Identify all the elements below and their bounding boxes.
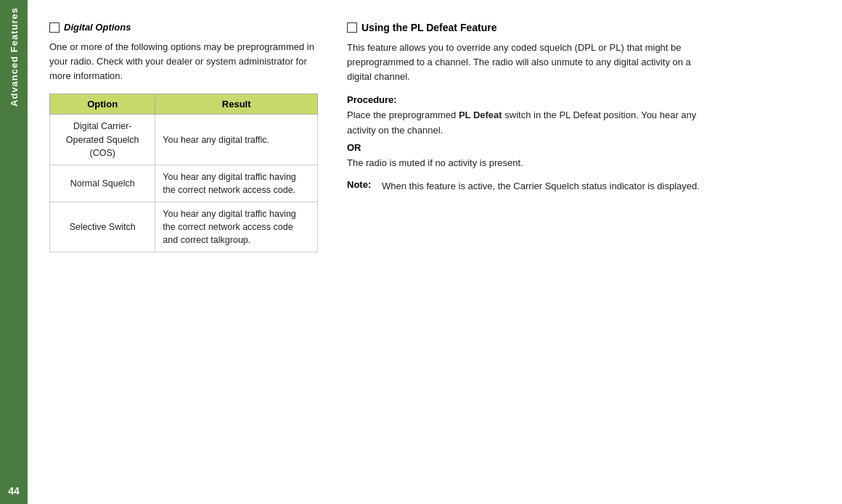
options-table: Option Result Digital Carrier-Operated S… <box>49 94 318 252</box>
table-cell-result: You hear any digital traffic having the … <box>155 165 318 202</box>
table-cell-option: Digital Carrier-Operated Squelch (COS) <box>50 115 155 165</box>
left-heading: Digital Options <box>49 22 318 33</box>
note-label: Note: <box>347 179 376 194</box>
table-cell-result: You hear any digital traffic having the … <box>155 202 318 252</box>
table-row: Selective SwitchYou hear any digital tra… <box>50 202 318 252</box>
table-col2-header: Result <box>155 94 318 115</box>
procedure-label: Procedure: <box>347 94 710 105</box>
right-heading: Using the PL Defeat Feature <box>347 22 710 33</box>
sidebar: Advanced Features 44 <box>0 0 28 504</box>
procedure-text2: The radio is muted if no activity is pre… <box>347 156 710 170</box>
page-number: 44 <box>8 485 20 497</box>
procedure-bold: PL Defeat <box>459 110 502 120</box>
or-label: OR <box>347 142 710 153</box>
right-heading-text: Using the PL Defeat Feature <box>361 22 496 33</box>
main-content: Digital Options One or more of the follo… <box>28 0 842 504</box>
procedure-prefix: Place the preprogrammed <box>347 110 459 120</box>
note-row: Note: When this feature is active, the C… <box>347 179 710 194</box>
table-row: Digital Carrier-Operated Squelch (COS)Yo… <box>50 115 318 165</box>
table-col1-header: Option <box>50 94 155 115</box>
left-heading-text: Digital Options <box>64 22 131 33</box>
table-row: Normal SquelchYou hear any digital traff… <box>50 165 318 202</box>
note-text: When this feature is active, the Carrier… <box>382 179 700 194</box>
right-heading-icon <box>347 22 357 33</box>
right-intro: This feature allows you to override any … <box>347 41 710 84</box>
sidebar-label: Advanced Features <box>9 7 20 107</box>
left-column: Digital Options One or more of the follo… <box>49 22 318 489</box>
table-cell-result: You hear any digital traffic. <box>155 115 318 165</box>
table-cell-option: Normal Squelch <box>50 165 155 202</box>
procedure-text1: Place the preprogrammed PL Defeat switch… <box>347 108 710 137</box>
table-cell-option: Selective Switch <box>50 202 155 252</box>
heading-icon <box>49 22 60 33</box>
right-column: Using the PL Defeat Feature This feature… <box>347 22 710 489</box>
left-paragraph: One or more of the following options may… <box>49 40 318 83</box>
